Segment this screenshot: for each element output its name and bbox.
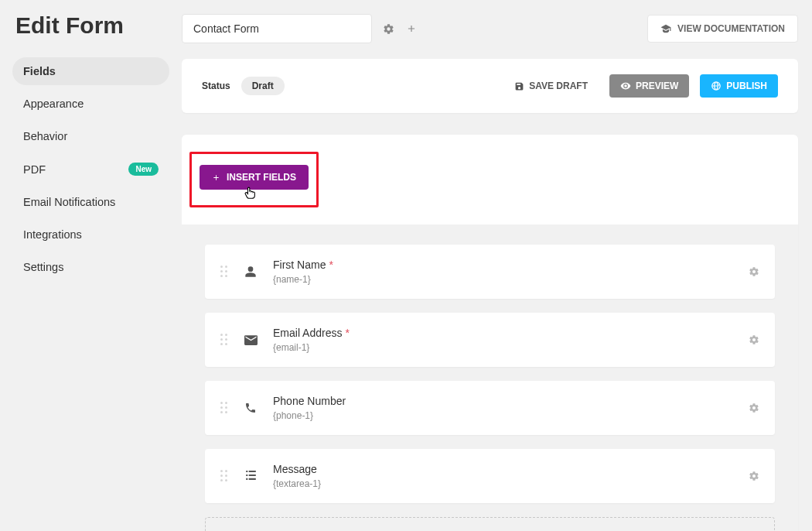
field-slug: {phone-1} (273, 410, 733, 421)
sidebar-item-label: Fields (23, 65, 56, 77)
sidebar-item-settings[interactable]: Settings (12, 253, 169, 281)
form-name-input[interactable] (182, 14, 372, 43)
highlight-box: INSERT FIELDS (189, 152, 319, 207)
sidebar-item-label: Appearance (23, 98, 84, 110)
globe-icon (711, 81, 722, 91)
insert-fields-dropzone[interactable]: INSERT FIELDS (205, 517, 775, 531)
sidebar: Edit Form Fields Appearance Behavior PDF… (0, 0, 182, 531)
status-label: Status (202, 81, 230, 91)
field-label: First Name* (273, 259, 733, 271)
sidebar-item-label: Email Notifications (23, 196, 115, 208)
preview-label: PREVIEW (636, 81, 678, 91)
status-panel: Status Draft SAVE DRAFT PREVIEW PUBLISH (182, 59, 798, 113)
gear-icon[interactable] (749, 471, 759, 481)
field-label: Phone Number (273, 395, 733, 407)
gear-icon[interactable] (749, 266, 759, 277)
sidebar-item-behavior[interactable]: Behavior (12, 122, 169, 150)
required-asterisk: * (329, 259, 333, 271)
sidebar-item-label: Integrations (23, 228, 82, 241)
publish-label: PUBLISH (726, 81, 767, 91)
status-value: Draft (241, 77, 285, 95)
view-documentation-button[interactable]: VIEW DOCUMENTATION (647, 15, 798, 43)
plus-icon[interactable] (404, 22, 418, 36)
insert-fields-row: INSERT FIELDS (182, 152, 798, 224)
field-text: Phone Number {phone-1} (273, 395, 733, 421)
mail-icon (244, 335, 258, 345)
drag-handle-icon[interactable] (220, 402, 228, 414)
field-label: Email Address* (273, 327, 733, 339)
field-label: Message (273, 463, 733, 475)
field-card[interactable]: First Name* {name-1} (205, 245, 775, 299)
sidebar-item-pdf[interactable]: PDF New (12, 155, 169, 183)
gear-icon[interactable] (749, 403, 759, 413)
field-card[interactable]: Email Address* {email-1} (205, 313, 775, 367)
drag-handle-icon[interactable] (220, 334, 228, 346)
save-draft-label: SAVE DRAFT (529, 81, 588, 91)
insert-fields-label: INSERT FIELDS (227, 172, 296, 183)
field-slug: {name-1} (273, 274, 733, 285)
field-text: First Name* {name-1} (273, 259, 733, 285)
plus-icon (212, 173, 220, 182)
sidebar-item-integrations[interactable]: Integrations (12, 221, 169, 248)
graduation-cap-icon (660, 23, 671, 34)
sidebar-item-appearance[interactable]: Appearance (12, 90, 169, 118)
field-slug: {email-1} (273, 342, 733, 353)
field-slug: {textarea-1} (273, 478, 733, 489)
drag-handle-icon[interactable] (220, 266, 228, 278)
preview-button[interactable]: PREVIEW (609, 74, 689, 98)
fields-panel: INSERT FIELDS First Name* {name-1} (182, 135, 798, 531)
main-content: VIEW DOCUMENTATION Status Draft SAVE DRA… (182, 0, 812, 531)
save-draft-button[interactable]: SAVE DRAFT (503, 74, 599, 98)
view-documentation-label: VIEW DOCUMENTATION (677, 23, 785, 34)
gear-icon[interactable] (381, 22, 395, 36)
page-title: Edit Form (12, 12, 169, 39)
field-card[interactable]: Message {textarea-1} (205, 449, 775, 503)
drag-handle-icon[interactable] (220, 470, 228, 482)
field-text: Email Address* {email-1} (273, 327, 733, 353)
publish-button[interactable]: PUBLISH (700, 74, 778, 98)
phone-icon (244, 402, 258, 414)
sidebar-item-label: Settings (23, 261, 63, 273)
eye-icon (620, 81, 631, 91)
sidebar-item-label: PDF (23, 163, 46, 176)
required-asterisk: * (345, 327, 349, 339)
new-badge: New (128, 163, 159, 176)
field-text: Message {textarea-1} (273, 463, 733, 489)
user-icon (244, 266, 258, 278)
topbar: VIEW DOCUMENTATION (182, 14, 798, 43)
sidebar-item-fields[interactable]: Fields (12, 57, 169, 85)
gear-icon[interactable] (749, 334, 759, 345)
sidebar-item-email-notifications[interactable]: Email Notifications (12, 188, 169, 216)
sidebar-item-label: Behavior (23, 130, 67, 142)
textarea-icon (244, 471, 258, 481)
sidebar-nav: Fields Appearance Behavior PDF New Email… (12, 57, 169, 281)
insert-fields-button[interactable]: INSERT FIELDS (200, 165, 309, 190)
save-icon (514, 81, 524, 91)
fields-list: First Name* {name-1} Email Address* {ema… (182, 224, 798, 531)
field-card[interactable]: Phone Number {phone-1} (205, 381, 775, 435)
